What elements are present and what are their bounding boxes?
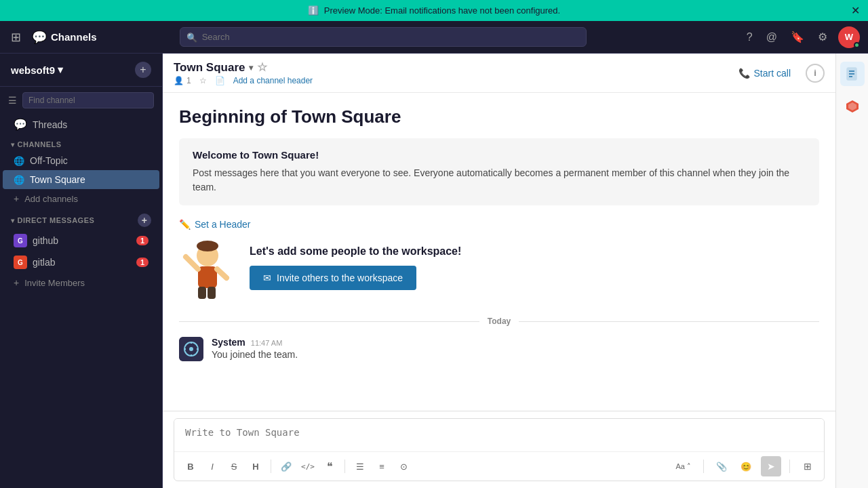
invite-content: Let's add some people to the workspace! …: [250, 245, 461, 290]
workspace-chevron-icon: ▾: [58, 64, 63, 76]
bookmark-icon[interactable]: 🔖: [788, 28, 807, 46]
beginning-title: Beginning of Town Square: [179, 106, 819, 127]
notification-text: Preview Mode: Email notifications have n…: [324, 5, 560, 16]
channels-logo: 💬 Channels: [32, 30, 97, 45]
toolbar-divider-2: [344, 460, 345, 473]
add-workspace-button[interactable]: +: [135, 62, 151, 78]
svg-point-9: [189, 347, 193, 351]
strikethrough-button[interactable]: S: [224, 457, 243, 476]
settings-icon[interactable]: ⚙: [815, 28, 830, 46]
sidebar-item-github[interactable]: G github 1: [3, 230, 159, 251]
gitlab-label: gitlab: [33, 257, 55, 268]
right-panel-brand-icon[interactable]: [840, 94, 865, 119]
font-size-button[interactable]: Aa ˄: [671, 461, 695, 472]
invite-workspace-button[interactable]: ✉ Invite others to the workspace: [250, 266, 416, 290]
message-time: 11:47 AM: [251, 339, 282, 347]
sidebar-item-threads[interactable]: 💬 Threads: [3, 114, 159, 135]
table-row: System 11:47 AM You joined the team.: [179, 337, 819, 361]
bold-button[interactable]: B: [181, 457, 200, 476]
set-header-link[interactable]: ✏️ Set a Header: [179, 219, 819, 230]
svg-rect-6: [208, 287, 216, 299]
sidebar: websoft9 ▾ + ☰ 💬 Threads ▾ CHANNELS 🌐 Of…: [0, 54, 163, 488]
help-icon[interactable]: ?: [744, 28, 755, 46]
svg-rect-5: [198, 287, 206, 299]
add-dm-button[interactable]: +: [138, 214, 151, 227]
add-channels-label: Add channels: [24, 194, 78, 204]
invite-members-item[interactable]: + Invite Members: [3, 273, 159, 292]
bullet-list-button[interactable]: ☰: [351, 457, 370, 476]
invite-section: Let's add some people to the workspace! …: [179, 230, 819, 306]
invite-members-label: Invite Members: [24, 278, 85, 288]
app-grid-icon[interactable]: ⊞: [8, 27, 24, 47]
dm-section-header[interactable]: ▾ DIRECT MESSAGES +: [0, 208, 162, 230]
github-avatar: G: [14, 234, 27, 247]
toolbar-divider-4: [789, 460, 790, 473]
town-square-label: Town Square: [30, 174, 85, 185]
sidebar-filter: ☰: [0, 87, 162, 114]
search-input[interactable]: [180, 27, 587, 47]
off-topic-label: Off-Topic: [30, 155, 68, 166]
threads-label: Threads: [33, 119, 67, 130]
right-panel-notebook-icon[interactable]: [840, 62, 865, 86]
start-call-button[interactable]: 📞 Start call: [732, 64, 797, 83]
filter-icon: ☰: [8, 95, 17, 106]
header-actions: ? @ 🔖 ⚙ W: [744, 26, 860, 48]
add-header-link[interactable]: Add a channel header: [233, 76, 313, 85]
sidebar-item-gitlab[interactable]: G gitlab 1: [3, 251, 159, 273]
notification-icon: ℹ️: [308, 5, 319, 16]
workspace-name[interactable]: websoft9 ▾: [11, 64, 63, 76]
channel-header-left: Town Square ▾ ☆ 👤 1 ☆ 📄 Add a channel he…: [174, 60, 313, 85]
dm-toggle-icon: ▾: [11, 217, 15, 224]
bookmark-channel-icon[interactable]: ☆: [199, 76, 207, 85]
channel-chevron-icon: ▾: [249, 63, 253, 73]
italic-button[interactable]: I: [203, 457, 222, 476]
mention-icon[interactable]: @: [764, 28, 780, 46]
attachment-button[interactable]: 📎: [712, 457, 731, 476]
avatar-initials: W: [845, 32, 853, 42]
channel-header: Town Square ▾ ☆ 👤 1 ☆ 📄 Add a channel he…: [163, 54, 835, 93]
compose-input[interactable]: [174, 419, 824, 449]
send-button[interactable]: ➤: [761, 456, 781, 476]
svg-rect-2: [198, 266, 217, 288]
system-avatar: [179, 337, 203, 361]
compose-actions: Aa ˄ 📎 😊 ➤ ⊞: [671, 456, 817, 476]
github-label: github: [33, 235, 58, 246]
phone-icon: 📞: [738, 68, 750, 79]
channels-logo-icon: 💬: [32, 30, 47, 45]
ordered-list-button[interactable]: ≡: [372, 457, 391, 476]
code-button[interactable]: </>: [298, 457, 317, 476]
members-icon: 👤: [174, 76, 184, 85]
welcome-title: Welcome to Town Square!: [193, 149, 806, 161]
invite-title: Let's add some people to the workspace!: [250, 245, 461, 258]
time-button[interactable]: ⊙: [394, 457, 413, 476]
dm-section-label: DIRECT MESSAGES: [18, 216, 95, 224]
channels-section-header[interactable]: ▾ CHANNELS: [0, 135, 162, 151]
sidebar-item-off-topic[interactable]: 🌐 Off-Topic: [3, 151, 159, 170]
link-button[interactable]: 🔗: [277, 457, 296, 476]
user-avatar[interactable]: W: [838, 26, 860, 48]
sidebar-item-town-square[interactable]: 🌐 Town Square: [3, 170, 159, 189]
add-channels-item[interactable]: + Add channels: [3, 189, 159, 208]
channels-toggle-icon: ▾: [11, 141, 15, 148]
emoji-button[interactable]: 😊: [736, 457, 755, 476]
top-header: ⊞ 💬 Channels 🔍 ? @ 🔖 ⚙ W: [0, 21, 868, 54]
channel-description-icon[interactable]: 📄: [215, 76, 225, 85]
gitlab-badge: 1: [136, 258, 149, 267]
message-header: System 11:47 AM: [212, 337, 298, 348]
find-channel-input[interactable]: [22, 92, 154, 108]
channel-star-icon[interactable]: ☆: [257, 60, 267, 75]
quote-button[interactable]: ❝: [320, 457, 339, 476]
svg-line-3: [186, 257, 198, 269]
member-count[interactable]: 👤 1: [174, 76, 191, 85]
grid-view-button[interactable]: ⊞: [798, 457, 817, 476]
heading-button[interactable]: H: [246, 457, 265, 476]
search-icon: 🔍: [186, 32, 197, 42]
notification-bar: ℹ️ Preview Mode: Email notifications hav…: [0, 0, 868, 21]
close-notification-button[interactable]: ✕: [851, 4, 860, 17]
channel-info-button[interactable]: i: [806, 64, 825, 83]
main-content: Town Square ▾ ☆ 👤 1 ☆ 📄 Add a channel he…: [163, 54, 835, 488]
channels-section-label: CHANNELS: [18, 140, 62, 148]
search-bar-wrapper: 🔍: [180, 27, 587, 47]
toolbar-divider-3: [703, 460, 704, 473]
channel-name[interactable]: Town Square ▾ ☆: [174, 60, 313, 75]
